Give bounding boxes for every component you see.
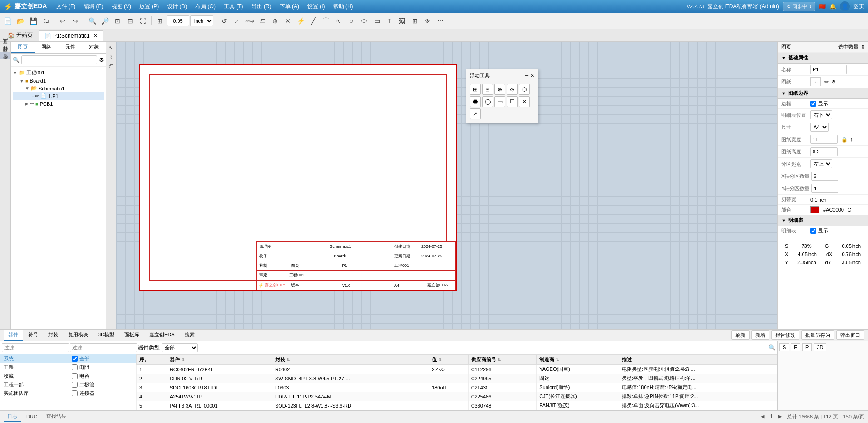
full-screen-button[interactable]: ⛶ <box>137 15 149 27</box>
redo-button[interactable]: ↪ <box>69 15 81 27</box>
ft-cross[interactable]: ✕ <box>519 96 530 107</box>
ellipse-button[interactable]: ⬭ <box>358 15 370 27</box>
grid-button[interactable]: ⊞ <box>154 15 166 27</box>
noconnect-button[interactable]: ✕ <box>282 15 294 27</box>
popup-button[interactable]: 弹出窗口 <box>836 330 864 340</box>
menu-export[interactable]: 导出 (R) <box>248 2 275 11</box>
ft-arrow[interactable]: ↗ <box>470 108 481 119</box>
ft-noconn[interactable]: ☐ <box>507 96 518 107</box>
btab-search[interactable]: 搜索 <box>180 330 199 341</box>
report-button[interactable]: 报告修改 <box>771 330 799 340</box>
bell-icon[interactable]: 🔔 <box>829 3 836 10</box>
table-row[interactable]: 4 A2541WV-11P HDR-TH_11P-P2.54-V-M C2254… <box>137 392 777 401</box>
bezier-button[interactable]: ∿ <box>333 15 345 27</box>
menu-order[interactable]: 下单 (A) <box>276 2 303 11</box>
menu-layout[interactable]: 布局 (O) <box>192 2 219 11</box>
bom-checkbox[interactable] <box>810 228 816 234</box>
ft-rect2[interactable]: ▭ <box>494 96 505 107</box>
type-select[interactable]: 全部电阻电容 <box>162 343 198 352</box>
ft-align-tc[interactable]: ⊟ <box>482 84 493 95</box>
btab-parts[interactable]: 器件 <box>4 330 23 341</box>
sidebar-extra[interactable]: 常有 <box>0 60 10 67</box>
tab-close-icon[interactable]: ✕ <box>94 33 97 38</box>
xdiv-input[interactable] <box>811 172 838 181</box>
tree-project[interactable]: ▼ 📁 工程001 <box>13 69 104 77</box>
subcat-resistor-cb[interactable] <box>72 364 78 370</box>
sidebar-project[interactable]: 工程设计 <box>0 52 10 59</box>
ft-distribute-h[interactable]: ⊙ <box>507 84 518 95</box>
subcategory-search[interactable] <box>70 343 137 352</box>
btab-footprint[interactable]: 封装 <box>44 330 63 341</box>
cat-project[interactable]: 工程 <box>0 363 68 372</box>
zoom-fit-button[interactable]: ⊡ <box>112 15 123 27</box>
find-tab[interactable]: 查找结果 <box>43 412 70 422</box>
circle-button[interactable]: ○ <box>345 15 357 27</box>
zoom-in-button[interactable]: 🔍 <box>86 15 98 27</box>
view-3d-btn[interactable]: 3D <box>814 343 826 351</box>
table-button[interactable]: ⊞ <box>409 15 421 27</box>
cat-dept1[interactable]: 工程一部 <box>0 380 68 389</box>
rect-button[interactable]: ▭ <box>371 15 383 27</box>
label-tool[interactable]: 🏷 <box>107 62 115 70</box>
ft-poly2[interactable]: ⬣ <box>470 96 481 107</box>
drc-tab[interactable]: DRC <box>23 413 41 421</box>
cat-dept2[interactable]: 实施团队库 <box>0 389 68 398</box>
select-tool[interactable]: ↖ <box>107 44 115 52</box>
project-search-input[interactable] <box>21 55 97 64</box>
line-button[interactable]: ╱ <box>307 15 319 27</box>
btab-3d[interactable]: 3D模型 <box>94 330 119 341</box>
cat-favorites[interactable]: 收藏 <box>0 372 68 380</box>
section-basic[interactable]: ▼ 基础属性 <box>778 53 868 64</box>
image-button[interactable]: 🖼 <box>396 15 408 27</box>
border-checkbox[interactable] <box>810 101 816 107</box>
subcat-capacitor[interactable]: 电容 <box>68 372 136 380</box>
more-button[interactable]: ⋯ <box>434 15 446 27</box>
save-all-button[interactable]: 🗂 <box>40 15 52 27</box>
height-input[interactable] <box>810 147 838 156</box>
menu-file[interactable]: 文件 (F) <box>53 2 79 11</box>
proj-tab-component[interactable]: 元件 <box>59 42 82 53</box>
menu-tools[interactable]: 工具 (T) <box>220 2 247 11</box>
subcat-capacitor-cb[interactable] <box>72 373 78 379</box>
tree-board[interactable]: ▼ ■ Board1 <box>13 77 104 84</box>
wire-button[interactable]: ⟋ <box>231 15 243 27</box>
tree-schematic[interactable]: ▼ 📂 Schematic1 <box>13 84 104 92</box>
subcat-diode[interactable]: 二极管 <box>68 380 136 389</box>
tree-pcb[interactable]: ▶ ✏ ■ PCB1 <box>13 100 104 108</box>
btab-reuse[interactable]: 复用模块 <box>64 330 93 341</box>
menu-help[interactable]: 帮助 (H) <box>330 2 357 11</box>
annotate-button[interactable]: ※ <box>422 15 434 27</box>
ft-align-tl[interactable]: ⊞ <box>470 84 481 95</box>
size-select[interactable]: A4A3A2A1A0 <box>810 123 829 132</box>
subcat-connector[interactable]: 连接器 <box>68 389 136 398</box>
menu-edit[interactable]: 编辑 (E) <box>80 2 107 11</box>
page-nav-next[interactable]: ▶ <box>778 413 782 420</box>
subcat-connector-cb[interactable] <box>72 390 78 396</box>
ft-circle2[interactable]: ◯ <box>482 96 493 107</box>
text-button[interactable]: T <box>384 15 395 27</box>
table-row[interactable]: 2 DHN-02-V-T/R SW-SMD_4P-L3.8-W4.5-P1.27… <box>137 374 777 383</box>
proj-tab-page[interactable]: 图页 <box>11 42 35 53</box>
tab-schematic[interactable]: 📄 P1:Schematic1 ✕ <box>39 30 103 41</box>
name-input[interactable] <box>810 65 847 74</box>
subcat-all[interactable]: 全部 <box>68 354 136 363</box>
canvas-area[interactable]: 原理图 Schematic1 创建日期 2024-07-25 校子 Board1… <box>116 42 777 329</box>
menu-place[interactable]: 放置 (P) <box>136 2 163 11</box>
btab-panel[interactable]: 面板库 <box>120 330 144 341</box>
table-row[interactable]: 5 P4FI 3.3A_R1_00001 SOD-123FL_L2.8-W1.8… <box>137 401 777 410</box>
avatar[interactable]: 👤 <box>840 1 850 11</box>
new-button[interactable]: 📄 <box>2 15 14 27</box>
table-row[interactable]: 1 RC0402FR-072K4L R0402 2.4kΩ C112296 YA… <box>137 365 777 374</box>
title-pos-select[interactable]: 右下左下右上左上 <box>810 110 832 119</box>
ft-poly[interactable]: ⬡ <box>519 84 530 95</box>
rotate-button[interactable]: ↺ <box>218 15 230 27</box>
search-icon-2[interactable]: 🔍 <box>769 344 775 351</box>
tab-home[interactable]: 🏠 开始页 <box>2 29 39 41</box>
ydiv-input[interactable] <box>811 184 838 193</box>
menu-design[interactable]: 设计 (D) <box>163 2 191 11</box>
subcat-all-cb[interactable] <box>72 356 78 362</box>
batch-save-button[interactable]: 批量另存为 <box>801 330 834 340</box>
category-search[interactable] <box>2 343 69 352</box>
add-button[interactable]: 新增 <box>751 330 769 340</box>
wire-tool[interactable]: ⌇ <box>107 53 115 61</box>
